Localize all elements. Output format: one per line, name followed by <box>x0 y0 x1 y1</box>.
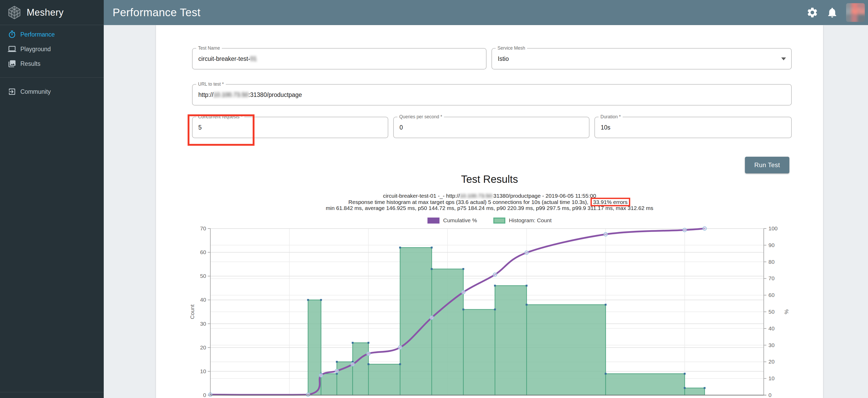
test-results-title: Test Results <box>156 173 823 185</box>
concurrent-requests-label: Concurrent requests * <box>196 114 244 120</box>
svg-text:10: 10 <box>769 375 774 381</box>
svg-text:100: 100 <box>769 225 778 231</box>
svg-text:20: 20 <box>769 359 774 365</box>
concurrent-requests-field[interactable]: Concurrent requests * 5 <box>192 117 388 138</box>
avatar[interactable] <box>846 3 865 22</box>
laptop-icon <box>8 45 16 53</box>
url-field[interactable]: URL to test * http://10.100.73.50:31380/… <box>192 84 792 105</box>
sidebar-item-label: Community <box>20 88 51 95</box>
chart-legend: Cumulative % Histogram: Count <box>156 217 823 224</box>
redacted-text: 10.100.73.50: <box>460 193 493 199</box>
svg-text:10: 10 <box>200 368 206 374</box>
sidebar-item-performance[interactable]: Performance <box>0 27 104 42</box>
sidebar-item-community[interactable]: Community <box>0 85 104 99</box>
service-mesh-select[interactable]: Service Mesh Istio <box>492 48 792 69</box>
sidebar-bottom-divider <box>0 392 104 392</box>
service-mesh-value: Istio <box>498 48 509 69</box>
duration-field[interactable]: Duration * 10s <box>594 117 792 138</box>
url-value: http://10.100.73.50:31380/productpage <box>198 85 302 105</box>
chevron-down-icon <box>781 58 786 60</box>
svg-text:40: 40 <box>769 325 774 331</box>
test-name-value: circuit-breaker-test-01 <box>198 48 257 69</box>
chart-subtitle-line3: min 61.842 ms, average 146.925 ms, p50 1… <box>156 205 823 211</box>
svg-text:60: 60 <box>769 292 774 298</box>
brand-name: Meshery <box>27 7 64 18</box>
response-time-chart: 0102030405060700102030405060708090100Cou… <box>156 225 823 398</box>
stopwatch-icon <box>8 30 16 39</box>
photo-library-icon <box>8 60 16 68</box>
duration-value: 10s <box>601 117 610 138</box>
settings-icon[interactable] <box>806 6 818 19</box>
sidebar-item-playground[interactable]: Playground <box>0 42 104 57</box>
svg-text:30: 30 <box>200 321 206 327</box>
sidebar-item-label: Playground <box>20 46 51 53</box>
sidebar-item-label: Performance <box>20 31 55 38</box>
run-test-button[interactable]: Run Test <box>745 157 789 173</box>
svg-text:30: 30 <box>769 342 774 348</box>
concurrent-requests-value: 5 <box>198 117 202 138</box>
sidebar-item-label: Results <box>20 60 40 67</box>
sidebar-item-results[interactable]: Results <box>0 57 104 71</box>
meshery-logo-icon <box>7 5 22 20</box>
legend-swatch-histogram <box>493 218 505 224</box>
redacted-text: 10.100.73.50 <box>214 91 248 98</box>
svg-text:40: 40 <box>200 297 206 303</box>
chart-subtitle-line1: circuit-breaker-test-01 -_- http://10.10… <box>156 193 823 199</box>
sidebar-nav: Performance Playground Results <box>0 25 104 99</box>
test-name-field[interactable]: Test Name circuit-breaker-test-01 <box>192 48 487 69</box>
chart-subtitle-line2: Response time histogram at max target qp… <box>156 199 823 205</box>
svg-text:20: 20 <box>200 344 206 351</box>
legend-label-cumulative: Cumulative % <box>443 217 477 224</box>
page-title: Performance Test <box>113 6 200 19</box>
svg-text:50: 50 <box>200 273 206 279</box>
queries-per-second-field[interactable]: Queries per second * 0 <box>393 117 589 138</box>
exit-to-app-icon <box>8 88 16 96</box>
notifications-icon[interactable] <box>826 6 838 19</box>
chart-svg: 0102030405060700102030405060708090100Cou… <box>156 225 823 398</box>
sidebar: Meshery Performance Playground Results <box>0 0 104 398</box>
chart-subtitle: circuit-breaker-test-01 -_- http://10.10… <box>156 193 823 211</box>
legend-swatch-cumulative <box>428 218 439 224</box>
main-card: Test Name circuit-breaker-test-01 Servic… <box>156 25 823 398</box>
brand[interactable]: Meshery <box>0 0 104 25</box>
queries-per-second-label: Queries per second * <box>397 114 444 120</box>
svg-text:70: 70 <box>769 275 774 281</box>
meshery-app: Meshery Performance Playground Results <box>0 0 868 398</box>
svg-text:80: 80 <box>769 259 774 265</box>
queries-per-second-value: 0 <box>400 117 403 138</box>
svg-text:60: 60 <box>200 249 206 255</box>
svg-text:70: 70 <box>200 225 206 231</box>
content-area: Test Name circuit-breaker-test-01 Servic… <box>104 25 868 398</box>
svg-text:90: 90 <box>769 242 774 248</box>
redacted-text: 01 <box>250 55 257 62</box>
svg-text:Count: Count <box>189 304 195 319</box>
svg-text:%: % <box>783 309 789 314</box>
app-header: Performance Test <box>104 0 868 25</box>
legend-label-histogram: Histogram: Count <box>509 217 552 224</box>
svg-text:0: 0 <box>203 392 206 398</box>
svg-text:50: 50 <box>769 309 774 315</box>
svg-text:0: 0 <box>769 392 772 398</box>
